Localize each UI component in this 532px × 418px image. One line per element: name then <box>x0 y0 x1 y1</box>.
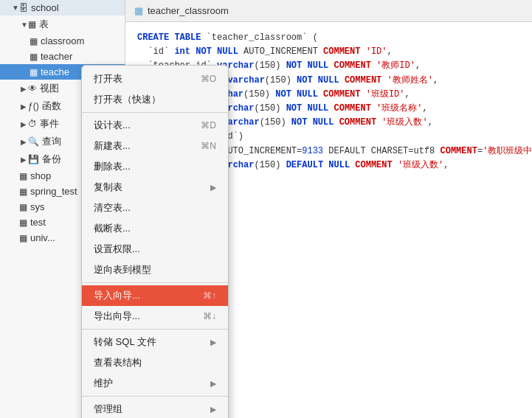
menu-view-structure[interactable]: 查看表结构 <box>82 352 228 373</box>
table-icon: ▦ <box>30 67 38 77</box>
expand-arrow: ▶ <box>21 120 28 128</box>
code-line: CREATE TABLE `teacher_classroom` ( <box>137 31 520 45</box>
expand-arrow: ▼ <box>12 4 19 12</box>
menu-label: 清空表... <box>94 201 131 215</box>
menu-label: 维护 <box>94 377 113 390</box>
sidebar-label: 备份 <box>42 153 61 166</box>
menu-manage-group[interactable]: 管理组 ▶ <box>82 399 228 418</box>
sidebar-label: shop <box>30 170 51 181</box>
menu-label: 打开表（快速） <box>94 93 161 106</box>
menu-label: 逆向表到模型 <box>94 263 151 276</box>
expand-arrow: ▶ <box>21 156 28 164</box>
tables-icon: ▦ <box>28 19 36 29</box>
context-menu: 打开表 ⌘O 打开表（快速） 设计表... ⌘D 新建表... ⌘N 删除表..… <box>81 65 229 418</box>
db-icon: ▦ <box>19 187 27 197</box>
shortcut-label: ⌘↑ <box>203 290 216 301</box>
expand-arrow: ▶ <box>21 138 28 146</box>
menu-export-wizard[interactable]: 导出向导... ⌘↓ <box>82 306 228 327</box>
menu-open-table[interactable]: 打开表 ⌘O <box>82 69 228 89</box>
functions-icon: ƒ() <box>28 101 39 111</box>
shortcut-label: ⌘O <box>201 74 216 84</box>
menu-label: 导入向导... <box>94 289 140 302</box>
sidebar-item-school[interactable]: ▼ 🗄 school <box>0 0 125 15</box>
db-icon: ▦ <box>19 217 27 228</box>
shortcut-label: ⌘D <box>201 120 216 130</box>
db-icon: ▦ <box>19 171 27 181</box>
menu-label: 管理组 <box>94 403 122 416</box>
menu-open-table-fast[interactable]: 打开表（快速） <box>82 89 228 110</box>
sidebar-item-classroom[interactable]: ▦ classroom <box>0 33 125 49</box>
queries-icon: 🔍 <box>28 136 39 147</box>
table-icon: ▦ <box>30 52 38 62</box>
menu-separator <box>82 329 228 330</box>
menu-delete-table[interactable]: 删除表... <box>82 156 228 177</box>
menu-label: 设置权限... <box>94 243 140 256</box>
menu-copy-table[interactable]: 复制表 ▶ <box>82 177 228 198</box>
expand-arrow: ▶ <box>21 102 28 111</box>
db-icon: ▦ <box>19 202 27 212</box>
table-icon: ▦ <box>30 36 38 46</box>
menu-label: 导出向导... <box>94 310 140 323</box>
menu-separator <box>82 396 228 397</box>
sidebar-label: school <box>31 2 59 13</box>
menu-label: 删除表... <box>94 160 131 173</box>
sidebar-item-teacher[interactable]: ▦ teacher <box>0 49 125 64</box>
menu-label: 新建表... <box>94 139 131 153</box>
sidebar-label: sys <box>30 201 45 212</box>
sidebar-label: teache <box>41 66 69 77</box>
top-bar: ▦ teacher_classroom <box>125 0 532 22</box>
menu-label: 复制表 <box>94 181 122 194</box>
menu-truncate-table[interactable]: 清空表... <box>82 198 228 218</box>
submenu-arrow: ▶ <box>210 379 216 389</box>
menu-maintenance[interactable]: 维护 ▶ <box>82 373 228 394</box>
menu-design-table[interactable]: 设计表... ⌘D <box>82 115 228 136</box>
menu-label: 打开表 <box>94 72 122 86</box>
db-icon: 🗄 <box>19 3 28 13</box>
submenu-arrow: ▶ <box>210 183 216 192</box>
menu-label: 转储 SQL 文件 <box>94 335 156 349</box>
sidebar-label: classroom <box>41 35 84 46</box>
sidebar-label: univ... <box>30 232 55 243</box>
table-icon: ▦ <box>134 5 143 16</box>
sidebar-item-tables[interactable]: ▼ ▦ 表 <box>0 15 125 33</box>
menu-set-permissions[interactable]: 设置权限... <box>82 239 228 259</box>
sidebar-label: test <box>30 217 46 228</box>
submenu-arrow: ▶ <box>210 338 216 347</box>
sidebar-label: 函数 <box>42 100 61 113</box>
sidebar-label: teacher <box>41 51 72 62</box>
shortcut-label: ⌘N <box>201 141 216 151</box>
shortcut-label: ⌘↓ <box>203 311 216 321</box>
sidebar-label: 视图 <box>40 82 59 95</box>
sidebar-label: 查询 <box>42 135 61 148</box>
db-icon: ▦ <box>19 233 27 243</box>
views-icon: 👁 <box>28 83 37 94</box>
events-icon: ⏱ <box>28 119 37 129</box>
menu-separator <box>82 112 228 113</box>
sidebar-label: spring_test <box>30 186 77 197</box>
menu-label: 查看表结构 <box>94 356 142 369</box>
menu-label: 设计表... <box>94 119 131 132</box>
sidebar-label: 表 <box>39 18 49 31</box>
menu-separator <box>82 282 228 283</box>
menu-import-wizard[interactable]: 导入向导... ⌘↑ <box>82 285 228 306</box>
menu-reverse-model[interactable]: 逆向表到模型 <box>82 259 228 280</box>
menu-convert-sql[interactable]: 转储 SQL 文件 ▶ <box>82 332 228 352</box>
expand-arrow: ▶ <box>21 85 28 93</box>
code-line: `id` int NOT NULL AUTO_INCREMENT COMMENT… <box>137 45 520 59</box>
expand-arrow: ▼ <box>21 21 28 29</box>
backup-icon: 💾 <box>28 154 39 164</box>
submenu-arrow: ▶ <box>210 405 216 414</box>
table-name-label: teacher_classroom <box>148 5 229 16</box>
menu-truncate-table2[interactable]: 截断表... <box>82 218 228 239</box>
menu-new-table[interactable]: 新建表... ⌘N <box>82 136 228 156</box>
sidebar-label: 事件 <box>40 117 59 130</box>
menu-label: 截断表... <box>94 222 131 235</box>
